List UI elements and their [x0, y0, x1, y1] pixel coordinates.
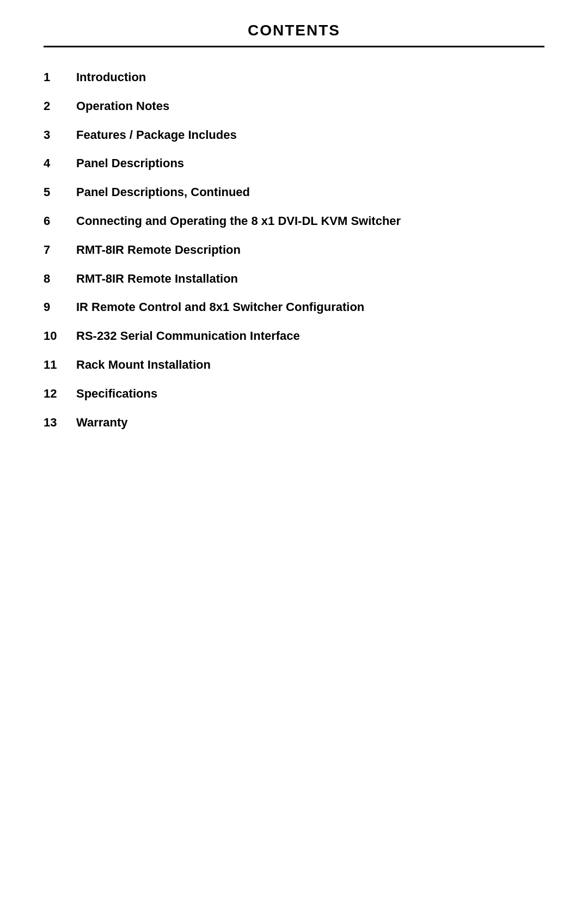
- toc-item-label: Introduction: [76, 69, 146, 86]
- toc-item: 4Panel Descriptions: [44, 155, 544, 172]
- page-container: CONTENTS 1Introduction2Operation Notes3F…: [0, 0, 588, 909]
- toc-item-number: 1: [44, 69, 76, 86]
- toc-item-number: 8: [44, 271, 76, 288]
- toc-item-number: 2: [44, 98, 76, 115]
- toc-item-label: RMT-8IR Remote Description: [76, 242, 241, 259]
- toc-item: 8RMT-8IR Remote Installation: [44, 271, 544, 288]
- toc-item: 13Warranty: [44, 414, 544, 431]
- toc-item-label: Operation Notes: [76, 98, 169, 115]
- toc-item-label: Connecting and Operating the 8 x1 DVI-DL…: [76, 213, 401, 230]
- toc-item-label: RS-232 Serial Communication Interface: [76, 328, 300, 345]
- toc-item-number: 4: [44, 155, 76, 172]
- toc-item: 2Operation Notes: [44, 98, 544, 115]
- toc-item: 7RMT-8IR Remote Description: [44, 242, 544, 259]
- toc-item-number: 11: [44, 357, 76, 374]
- toc-container: 1Introduction2Operation Notes3Features /…: [0, 69, 588, 431]
- toc-item: 1Introduction: [44, 69, 544, 86]
- toc-item-number: 12: [44, 386, 76, 402]
- toc-item-label: Rack Mount Installation: [76, 357, 211, 374]
- toc-item: 11Rack Mount Installation: [44, 357, 544, 374]
- toc-item: 3Features / Package Includes: [44, 127, 544, 144]
- toc-item-label: Panel Descriptions: [76, 155, 184, 172]
- toc-item-label: Warranty: [76, 414, 128, 431]
- toc-item-label: Features / Package Includes: [76, 127, 237, 144]
- toc-item-number: 5: [44, 184, 76, 201]
- toc-item-number: 7: [44, 242, 76, 259]
- toc-item: 10RS-232 Serial Communication Interface: [44, 328, 544, 345]
- toc-item-number: 10: [44, 328, 76, 345]
- page-title: CONTENTS: [44, 22, 544, 47]
- toc-item-label: IR Remote Control and 8x1 Switcher Confi…: [76, 299, 364, 316]
- toc-item-number: 9: [44, 299, 76, 316]
- header-section: CONTENTS: [0, 0, 588, 47]
- toc-item-number: 6: [44, 213, 76, 230]
- toc-item: 9IR Remote Control and 8x1 Switcher Conf…: [44, 299, 544, 316]
- toc-item-label: RMT-8IR Remote Installation: [76, 271, 238, 288]
- toc-item-label: Panel Descriptions, Continued: [76, 184, 250, 201]
- toc-item: 12Specifications: [44, 386, 544, 402]
- toc-item-number: 3: [44, 127, 76, 144]
- toc-item-number: 13: [44, 414, 76, 431]
- toc-item: 6Connecting and Operating the 8 x1 DVI-D…: [44, 213, 544, 230]
- toc-item: 5Panel Descriptions, Continued: [44, 184, 544, 201]
- toc-item-label: Specifications: [76, 386, 157, 402]
